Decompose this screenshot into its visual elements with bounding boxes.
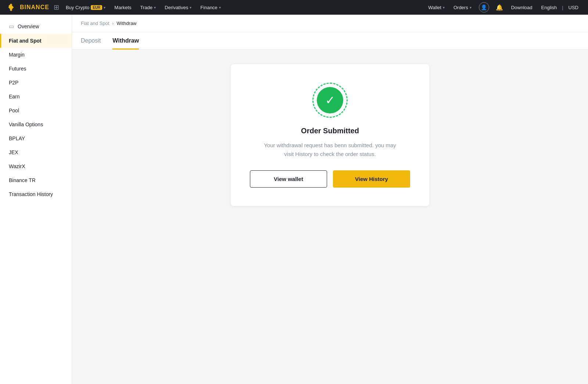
sidebar-item-vanilla-options[interactable]: Vanilla Options: [0, 117, 72, 131]
sidebar-item-p2p[interactable]: P2P: [0, 76, 72, 90]
derivatives-caret: ▾: [190, 6, 191, 10]
sidebar-item-transaction-history[interactable]: Transaction History: [0, 187, 72, 201]
grid-menu-icon[interactable]: ⊞: [54, 3, 59, 11]
download-nav-item[interactable]: Download: [508, 0, 536, 15]
nav-right-area: Wallet ▾ Orders ▾ 👤 🔔 Download English |…: [424, 0, 582, 15]
sidebar-item-wazirx[interactable]: WazirX: [0, 159, 72, 173]
tab-deposit[interactable]: Deposit: [81, 32, 101, 50]
currency-nav-item[interactable]: USD: [565, 0, 582, 15]
sidebar-item-futures[interactable]: Futures: [0, 62, 72, 76]
nav-markets[interactable]: Markets: [111, 0, 135, 15]
breadcrumb-parent[interactable]: Fiat and Spot: [81, 21, 109, 26]
trade-caret: ▾: [154, 6, 156, 10]
logo-area[interactable]: BINANCE: [6, 2, 49, 12]
checkmark-icon: ✓: [325, 94, 335, 106]
avatar-icon: 👤: [481, 4, 487, 10]
breadcrumb-separator: ›: [112, 21, 114, 26]
nav-buy-crypto[interactable]: Buy Crypto EUR ▾: [62, 0, 109, 15]
sidebar-item-margin[interactable]: Margin: [0, 48, 72, 62]
sidebar-item-jex[interactable]: JEX: [0, 145, 72, 159]
success-card: ✓ Order Submitted Your withdrawal reques…: [231, 64, 429, 206]
overview-icon: ▭: [9, 23, 14, 30]
sidebar-item-binance-tr[interactable]: Binance TR: [0, 173, 72, 187]
page-layout: ▭ Overview Fiat and Spot Margin Futures …: [0, 15, 588, 384]
orders-caret: ▾: [470, 6, 472, 10]
binance-logo-icon: [6, 2, 16, 12]
sidebar-item-bplay[interactable]: BPLAY: [0, 131, 72, 145]
finance-caret: ▾: [219, 6, 221, 10]
sidebar-item-pool[interactable]: Pool: [0, 104, 72, 117]
success-check-circle: ✓: [317, 87, 343, 113]
view-history-button[interactable]: View History: [333, 170, 410, 188]
sidebar-item-overview[interactable]: ▭ Overview: [0, 19, 72, 34]
sidebar-item-earn[interactable]: Earn: [0, 90, 72, 104]
nav-derivatives[interactable]: Derivatives ▾: [161, 0, 195, 15]
buy-crypto-caret: ▾: [104, 6, 105, 10]
success-icon-wrapper: ✓: [312, 83, 348, 118]
order-description: Your withdrawal request has benn submitt…: [264, 141, 396, 159]
tab-withdraw[interactable]: Withdraw: [112, 32, 139, 50]
view-wallet-button[interactable]: View wallet: [250, 170, 327, 188]
nav-finance[interactable]: Finance ▾: [197, 0, 224, 15]
main-content: Fiat and Spot › Withdraw Deposit Withdra…: [72, 15, 588, 384]
action-buttons: View wallet View History: [245, 170, 415, 188]
notification-bell-icon[interactable]: 🔔: [493, 4, 506, 11]
user-avatar[interactable]: 👤: [479, 2, 489, 12]
language-nav-item[interactable]: English: [538, 0, 561, 15]
logo-text: BINANCE: [20, 4, 49, 11]
wallet-caret: ▾: [443, 6, 445, 10]
content-area: ✓ Order Submitted Your withdrawal reques…: [72, 50, 588, 221]
nav-divider: |: [562, 5, 563, 10]
tabs-bar: Deposit Withdraw: [72, 32, 588, 50]
top-navigation: BINANCE ⊞ Buy Crypto EUR ▾ Markets Trade…: [0, 0, 588, 15]
breadcrumb-current: Withdraw: [116, 21, 136, 26]
eur-badge: EUR: [91, 5, 102, 10]
nav-trade[interactable]: Trade ▾: [137, 0, 159, 15]
sidebar: ▭ Overview Fiat and Spot Margin Futures …: [0, 15, 72, 384]
order-title: Order Submitted: [301, 127, 359, 135]
sidebar-item-fiat-spot[interactable]: Fiat and Spot: [0, 34, 72, 48]
breadcrumb: Fiat and Spot › Withdraw: [72, 15, 588, 32]
wallet-nav-item[interactable]: Wallet ▾: [424, 0, 448, 15]
orders-nav-item[interactable]: Orders ▾: [450, 0, 475, 15]
